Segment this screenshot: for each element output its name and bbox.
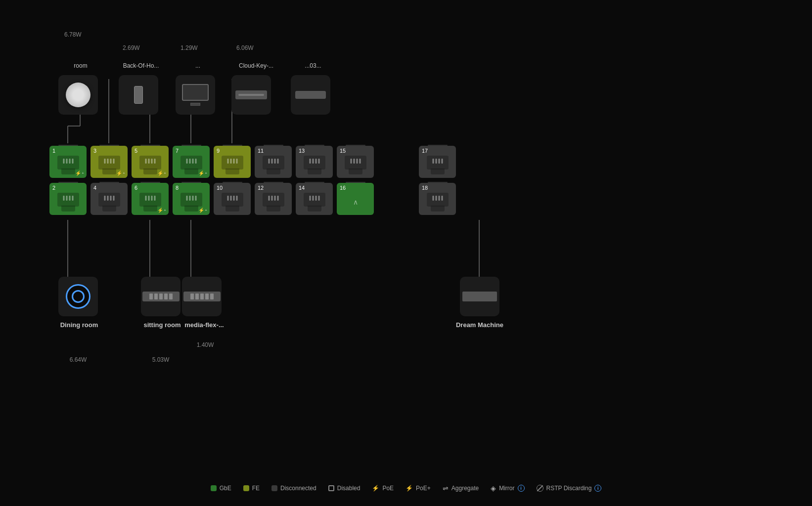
- port-icon-14: [299, 191, 330, 213]
- legend-dot-gbe: [211, 485, 217, 491]
- port-num-16: 16: [340, 185, 371, 191]
- device-watt-dining: 6.64W: [58, 356, 98, 363]
- port-num-1: 1: [52, 148, 84, 154]
- bolt-icon-poe: ⚡: [372, 485, 379, 492]
- port-16[interactable]: 16 ∧: [337, 183, 374, 215]
- port-11[interactable]: 11: [255, 146, 292, 178]
- device-sitting-room[interactable]: [141, 277, 180, 316]
- port-num-10: 10: [217, 185, 248, 191]
- bolt-icon-poeplus: ⚡: [406, 485, 413, 492]
- port-5[interactable]: 5 ⚡+: [132, 146, 169, 178]
- device-name-media: media-flex-...: [177, 321, 231, 329]
- port-7[interactable]: 7 ⚡+: [173, 146, 210, 178]
- port-num-12: 12: [258, 185, 289, 191]
- port-num-13: 13: [299, 148, 330, 154]
- port-3[interactable]: 3 ⚡+: [90, 146, 128, 178]
- port-num-5: 5: [135, 148, 166, 154]
- ap-icon: [66, 83, 90, 107]
- port-icon-2: [52, 191, 84, 213]
- legend-label-fe: FE: [252, 485, 260, 492]
- port-num-3: 3: [93, 148, 125, 154]
- device-watt-1: 6.78W: [64, 31, 82, 38]
- device-ap-room[interactable]: [58, 75, 98, 115]
- port-13[interactable]: 13: [296, 146, 333, 178]
- legend-fe: FE: [243, 485, 260, 492]
- port-18[interactable]: 18: [419, 183, 456, 215]
- port-num-2: 2: [52, 185, 84, 191]
- device-switch9[interactable]: [291, 75, 330, 115]
- mirror-icon: ◈: [491, 484, 496, 492]
- legend-label-disabled: Disabled: [337, 485, 361, 492]
- port-8[interactable]: 8 ⚡+: [173, 183, 210, 215]
- poe-badge-8: ⚡+: [198, 208, 207, 213]
- port-num-14: 14: [299, 185, 330, 191]
- device-name-1: room: [58, 62, 103, 69]
- device-dining-room[interactable]: [58, 277, 98, 316]
- port-icon-10: [217, 191, 248, 213]
- port-num-6: 6: [135, 185, 166, 191]
- device-monitor[interactable]: [176, 75, 215, 115]
- port-icon-12: [258, 191, 289, 213]
- legend-disconnected: Disconnected: [271, 485, 316, 492]
- mirror-info-icon[interactable]: i: [518, 485, 525, 492]
- port-9[interactable]: 9: [214, 146, 251, 178]
- legend-poe: ⚡ PoE: [372, 485, 394, 492]
- device-name-3: Back-Of-Ho...: [119, 62, 163, 69]
- port-icon-16: ∧: [340, 191, 371, 213]
- legend-label-poeplus: PoE+: [416, 485, 431, 492]
- cloudkey-icon: [235, 90, 267, 99]
- device-dream-machine[interactable]: [460, 277, 499, 316]
- legend-dot-fe: [243, 485, 249, 491]
- device-watt-media: 1.40W: [190, 341, 220, 348]
- poe-badge-3: ⚡+: [116, 170, 125, 176]
- device-media-flex[interactable]: [182, 277, 222, 316]
- device-name-dining: Dining room: [54, 321, 104, 329]
- port-icon-4: [93, 191, 125, 213]
- device-cloudkey[interactable]: [231, 75, 271, 115]
- dream-machine-icon: [462, 292, 497, 301]
- poe-badge-6: ⚡+: [157, 208, 166, 213]
- port-num-8: 8: [176, 185, 207, 191]
- up-arrow-icon: ∧: [353, 198, 358, 206]
- legend-label-agg: Aggregate: [451, 485, 479, 492]
- port-num-7: 7: [176, 148, 207, 154]
- port-10[interactable]: 10: [214, 183, 251, 215]
- port-num-17: 17: [422, 148, 453, 154]
- legend-label-poe: PoE: [382, 485, 394, 492]
- device-watt-7: 6.06W: [236, 44, 254, 51]
- port-6[interactable]: 6 ⚡+: [132, 183, 169, 215]
- legend-dot-disc: [271, 485, 277, 491]
- port-4[interactable]: 4: [90, 183, 128, 215]
- device-name-9: ...03...: [291, 62, 335, 69]
- device-cam-backofho[interactable]: [119, 75, 158, 115]
- port-icon-13: [299, 154, 330, 176]
- legend-square-disabled: [328, 485, 334, 491]
- port-icon-17: [422, 154, 453, 176]
- rstp-icon: [537, 485, 543, 492]
- dining-ap-icon: [66, 284, 90, 309]
- port-15[interactable]: 15: [337, 146, 374, 178]
- legend: GbE FE Disconnected Disabled ⚡ PoE ⚡ PoE…: [0, 484, 812, 492]
- monitor-icon: [182, 84, 209, 106]
- legend-poe-plus: ⚡ PoE+: [406, 485, 431, 492]
- switch9-icon: [295, 91, 326, 99]
- port-14[interactable]: 14: [296, 183, 333, 215]
- legend-gbe: GbE: [211, 485, 231, 492]
- port-icon-15: [340, 154, 371, 176]
- port-num-15: 15: [340, 148, 371, 154]
- port-2[interactable]: 2: [49, 183, 87, 215]
- port-icon-9: [217, 154, 248, 176]
- device-watt-sitting: 5.03W: [146, 356, 176, 363]
- poe-badge-5: ⚡+: [157, 170, 166, 176]
- port-num-4: 4: [93, 185, 125, 191]
- port-17[interactable]: 17: [419, 146, 456, 178]
- device-watt-5: 1.29W: [180, 44, 198, 51]
- legend-rstp: RSTP Discarding i: [537, 485, 602, 492]
- flex-icon-sitting: [142, 292, 180, 301]
- flex-icon-media: [183, 292, 221, 301]
- port-12[interactable]: 12: [255, 183, 292, 215]
- port-num-9: 9: [217, 148, 248, 154]
- port-1[interactable]: 1 ⚡+: [49, 146, 87, 178]
- cam-icon: [119, 75, 158, 115]
- rstp-info-icon[interactable]: i: [594, 485, 601, 492]
